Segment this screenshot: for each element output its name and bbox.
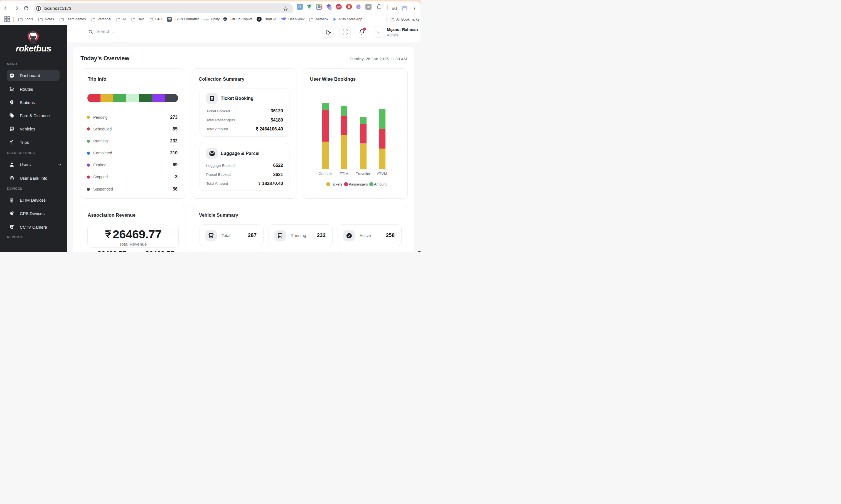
svg-text:5: 5 bbox=[329, 7, 331, 10]
svg-text:ABP: ABP bbox=[336, 5, 341, 8]
